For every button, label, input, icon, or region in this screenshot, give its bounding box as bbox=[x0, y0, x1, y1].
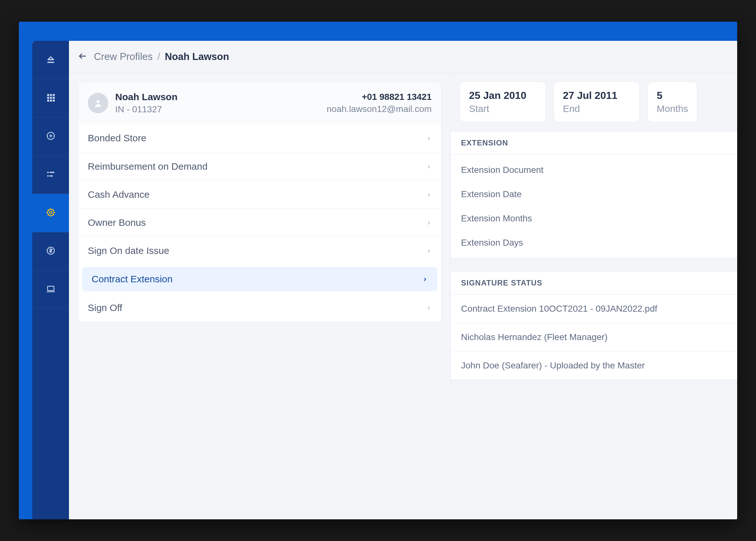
stat-card-end: 27 Jul 2011 End bbox=[554, 82, 640, 122]
menu-item-label: Reimbursement on Demand bbox=[88, 161, 208, 172]
helm-icon bbox=[46, 208, 56, 219]
menu-item-cash-advance[interactable]: Cash Advance bbox=[78, 180, 441, 208]
menu-list: Bonded Store Reimbursement on Demand bbox=[78, 124, 441, 322]
breadcrumb-separator: / bbox=[157, 51, 160, 62]
sidebar-item-crew[interactable] bbox=[32, 194, 69, 232]
extension-row[interactable]: Extension Document bbox=[451, 158, 737, 182]
plus-circle-icon bbox=[46, 131, 56, 142]
menu-item-label: Owner Bonus bbox=[88, 217, 146, 228]
menu-item-label: Bonded Store bbox=[88, 133, 146, 144]
menu-item-owner-bonus[interactable]: Owner Bonus bbox=[78, 208, 441, 237]
breadcrumb: Crew Profiles / Noah Lawson bbox=[94, 51, 229, 63]
profile-card: Noah Lawson IN - 011327 +01 98821 13421 … bbox=[78, 82, 442, 322]
svg-rect-15 bbox=[49, 175, 53, 177]
svg-point-30 bbox=[96, 100, 99, 103]
section-body-signature: Contract Extension 10OCT2021 - 09JAN2022… bbox=[451, 295, 737, 380]
menu-item-sign-off[interactable]: Sign Off bbox=[78, 294, 441, 322]
section-header-signature: SIGNATURE STATUS bbox=[451, 271, 737, 295]
chevron-right-icon bbox=[426, 161, 432, 172]
profile-name: Noah Lawson bbox=[115, 92, 178, 102]
signature-row[interactable]: John Doe (Seafarer) - Uploaded by the Ma… bbox=[451, 351, 737, 379]
svg-rect-12 bbox=[47, 172, 49, 173]
profile-email: noah.lawson12@mail.com bbox=[327, 104, 432, 114]
svg-point-17 bbox=[49, 211, 52, 214]
menu-item-reimbursement[interactable]: Reimbursement on Demand bbox=[78, 152, 441, 180]
laptop-icon bbox=[46, 284, 56, 295]
menu-item-label: Sign On date Issue bbox=[88, 245, 169, 256]
svg-rect-4 bbox=[50, 97, 52, 99]
stat-row: 25 Jan 2010 Start 27 Jul 2011 End 5 Mont… bbox=[451, 73, 737, 131]
extension-row[interactable]: Extension Months bbox=[451, 207, 737, 231]
detail-pane: 25 Jan 2010 Start 27 Jul 2011 End 5 Mont… bbox=[450, 73, 737, 519]
list-icon bbox=[46, 169, 56, 180]
svg-rect-3 bbox=[47, 97, 49, 99]
svg-rect-8 bbox=[53, 100, 55, 101]
menu-item-label: Cash Advance bbox=[88, 189, 149, 200]
profile-code: IN - 011327 bbox=[115, 104, 178, 115]
signature-row[interactable]: Nicholas Hernandez (Fleet Manager) bbox=[451, 323, 737, 351]
stat-card-months: 5 Months bbox=[647, 82, 697, 122]
sidebar-item-add[interactable] bbox=[32, 117, 69, 156]
section-header-extension: EXTENSION bbox=[451, 131, 737, 155]
chevron-right-icon bbox=[426, 302, 432, 313]
sidebar bbox=[32, 41, 69, 519]
svg-rect-27 bbox=[48, 286, 54, 290]
sidebar-item-device[interactable] bbox=[32, 270, 69, 309]
svg-rect-14 bbox=[47, 175, 49, 177]
currency-icon bbox=[46, 246, 56, 257]
chevron-right-icon bbox=[426, 133, 432, 144]
sidebar-item-grid[interactable] bbox=[32, 79, 69, 117]
profile-phone: +01 98821 13421 bbox=[327, 92, 432, 102]
stat-label: End bbox=[563, 103, 631, 114]
stat-label: Months bbox=[657, 103, 688, 114]
breadcrumb-parent[interactable]: Crew Profiles bbox=[94, 51, 153, 62]
sidebar-item-ship[interactable] bbox=[32, 41, 69, 79]
chevron-right-icon bbox=[426, 217, 432, 228]
svg-rect-0 bbox=[47, 94, 49, 96]
menu-item-contract-extension[interactable]: Contract Extension bbox=[82, 267, 437, 291]
person-icon bbox=[94, 99, 102, 108]
section-body-extension: Extension Document Extension Date Extens… bbox=[451, 155, 737, 259]
profile-header: Noah Lawson IN - 011327 +01 98821 13421 … bbox=[78, 82, 441, 124]
svg-rect-7 bbox=[50, 100, 52, 101]
stat-value: 27 Jul 2011 bbox=[563, 90, 631, 101]
stat-label: Start bbox=[469, 103, 537, 114]
extension-row[interactable]: Extension Days bbox=[451, 231, 737, 255]
chevron-right-icon bbox=[426, 245, 432, 256]
svg-rect-13 bbox=[49, 172, 54, 173]
extension-row[interactable]: Extension Date bbox=[451, 182, 737, 207]
menu-item-label: Sign Off bbox=[88, 302, 122, 313]
stat-value: 25 Jan 2010 bbox=[469, 90, 537, 101]
menu-item-label: Contract Extension bbox=[92, 274, 172, 284]
svg-rect-1 bbox=[50, 94, 52, 96]
chevron-right-icon bbox=[426, 189, 432, 200]
menu-item-bonded-store[interactable]: Bonded Store bbox=[78, 124, 441, 152]
ship-icon bbox=[46, 55, 56, 65]
svg-rect-2 bbox=[53, 94, 55, 96]
avatar bbox=[88, 93, 108, 113]
topbar: Crew Profiles / Noah Lawson bbox=[69, 41, 737, 73]
chevron-right-icon bbox=[422, 274, 428, 284]
signature-row[interactable]: Contract Extension 10OCT2021 - 09JAN2022… bbox=[451, 295, 737, 323]
grid-icon bbox=[46, 93, 56, 104]
svg-rect-6 bbox=[47, 100, 49, 101]
sidebar-item-money[interactable] bbox=[32, 232, 69, 270]
arrow-left-icon bbox=[78, 51, 87, 61]
menu-item-sign-on-issue[interactable]: Sign On date Issue bbox=[78, 237, 441, 265]
breadcrumb-current: Noah Lawson bbox=[165, 51, 229, 62]
stat-card-start: 25 Jan 2010 Start bbox=[460, 82, 546, 122]
svg-rect-5 bbox=[53, 97, 55, 99]
sidebar-item-list[interactable] bbox=[32, 156, 69, 194]
back-button[interactable] bbox=[78, 51, 87, 62]
stat-value: 5 bbox=[657, 90, 688, 101]
